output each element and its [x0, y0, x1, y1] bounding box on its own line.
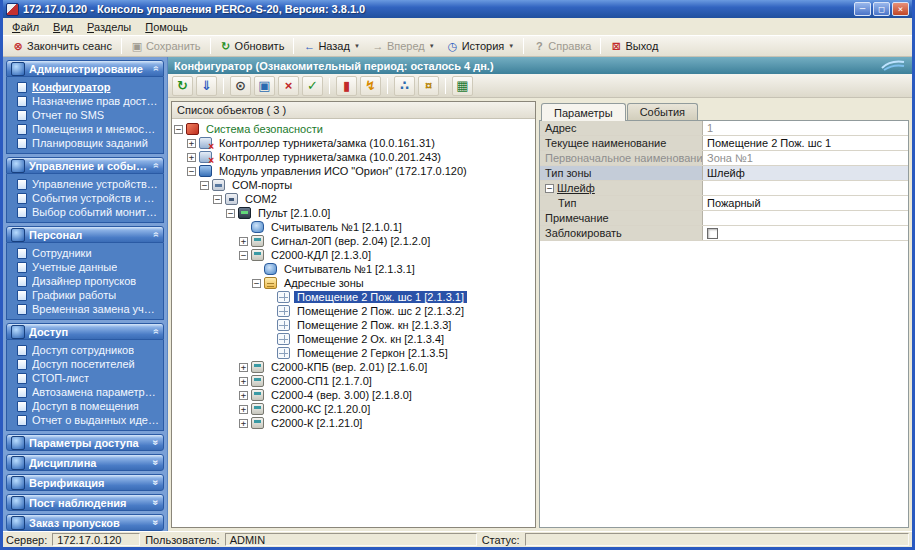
property-value[interactable]	[703, 211, 908, 225]
tree-node[interactable]: +С2000-К [2.1.21.0]	[174, 416, 533, 430]
tree-expander-collapsed-icon[interactable]: +	[187, 139, 196, 148]
checkbox-unchecked[interactable]	[707, 228, 718, 239]
tab-events[interactable]: События	[627, 103, 698, 120]
tree-node[interactable]: Считыватель №1 [2.1.0.1]	[174, 220, 533, 234]
sidebar-item-auto-replace[interactable]: Автозамена параметров до...	[7, 385, 163, 399]
tree-node[interactable]: +С2000-СП1 [2.1.7.0]	[174, 374, 533, 388]
tree-node[interactable]: Считыватель №1 [2.1.3.1]	[174, 262, 533, 276]
sidebar-header-discipline[interactable]: Дисциплина»	[6, 454, 164, 471]
tree-node[interactable]: +Контроллер турникета/замка (10.0.201.24…	[174, 150, 533, 164]
tree-expander-collapsed-icon[interactable]: +	[239, 363, 248, 372]
tree-node[interactable]: −Система безопасности	[174, 122, 533, 136]
sidebar-item-monitoring-events[interactable]: Выбор событий мониторинга	[7, 205, 163, 219]
end-session-button[interactable]: ⊗Закончить сеанс	[6, 37, 118, 56]
sidebar-item-sms-report[interactable]: Отчет по SMS	[7, 108, 163, 122]
tree-expander-collapsed-icon[interactable]: +	[239, 419, 248, 428]
property-value[interactable]: Шлейф	[703, 166, 908, 180]
group-collapse-icon[interactable]: −	[545, 184, 554, 193]
tree-node[interactable]: +С2000-4 (вер. 3.00) [2.1.8.0]	[174, 388, 533, 402]
sidebar-item-room-access[interactable]: Доступ в помещения	[7, 399, 163, 413]
sidebar-item-device-management[interactable]: Управление устройствами ...	[7, 177, 163, 191]
license-key-button[interactable]: ¤	[418, 76, 439, 96]
tree-expander-expanded-icon[interactable]: −	[174, 125, 183, 134]
sidebar-item-visitor-access[interactable]: Доступ посетителей	[7, 357, 163, 371]
tree-expander-expanded-icon[interactable]: −	[187, 167, 196, 176]
temperature-button[interactable]: ▮	[336, 76, 357, 96]
tree-node[interactable]: Помещение 2 Пож. шс 1 [2.1.3.1]	[174, 290, 533, 304]
tree-expander-collapsed-icon[interactable]: +	[239, 377, 248, 386]
menu-help[interactable]: Помощь	[138, 19, 195, 35]
tree-node[interactable]: Помещение 2 Геркон [2.1.3.5]	[174, 346, 533, 360]
sidebar-item-work-schedules[interactable]: Графики работы	[7, 288, 163, 302]
tree-expander-expanded-icon[interactable]: −	[200, 181, 209, 190]
tree-expander-collapsed-icon[interactable]: +	[239, 237, 248, 246]
refresh-config-button[interactable]: ↻	[172, 76, 193, 96]
sidebar-header-badge-order[interactable]: Заказ пропусков»	[6, 514, 164, 531]
tree-node[interactable]: −COM-порты	[174, 178, 533, 192]
tree-node[interactable]: Помещение 2 Ох. кн [2.1.3.4]	[174, 332, 533, 346]
refresh-button[interactable]: ↻Обновить	[214, 37, 291, 56]
tree-node[interactable]: −Пульт [2.1.0.0]	[174, 206, 533, 220]
tree-node[interactable]: +Сигнал-20П (вер. 2.04) [2.1.2.0]	[174, 234, 533, 248]
tree-expander-collapsed-icon[interactable]: +	[239, 391, 248, 400]
back-button[interactable]: ←Назад▼	[297, 37, 365, 55]
device-monitor-button[interactable]: ▣	[254, 76, 275, 96]
sidebar-item-account-data[interactable]: Учетные данные	[7, 260, 163, 274]
sidebar-header-observation-post[interactable]: Пост наблюдения»	[6, 494, 164, 511]
menu-view[interactable]: Вид	[46, 19, 80, 35]
menu-file[interactable]: Файл	[5, 19, 46, 35]
tab-parameters[interactable]: Параметры	[541, 103, 626, 121]
sidebar-item-badge-designer[interactable]: Дизайнер пропусков	[7, 274, 163, 288]
transmit-params-button[interactable]: ⇓	[196, 76, 217, 96]
property-value[interactable]: Пожарный	[703, 196, 908, 210]
sidebar-item-task-scheduler[interactable]: Планировщик заданий	[7, 136, 163, 150]
sidebar-item-temp-replacement[interactable]: Временная замена учетных ...	[7, 302, 163, 316]
sidebar-header-administration[interactable]: Администрирование»	[6, 60, 164, 77]
tree-expander-expanded-icon[interactable]: −	[252, 279, 261, 288]
tree-node[interactable]: Помещение 2 Пож. шс 2 [2.1.3.2]	[174, 304, 533, 318]
history-button-label: История	[462, 40, 505, 52]
delete-button[interactable]: ×	[278, 76, 299, 96]
sidebar-item-access-rights[interactable]: Назначение прав доступа о...	[7, 94, 163, 108]
sidebar-item-employee-access[interactable]: Доступ сотрудников	[7, 343, 163, 357]
tree-node[interactable]: +С2000-КПБ (вер. 2.01) [2.1.6.0]	[174, 360, 533, 374]
search-devices-button[interactable]: ⊙	[230, 76, 251, 96]
tree-node[interactable]: +С2000-КС [2.1.20.0]	[174, 402, 533, 416]
tree-node[interactable]: −COM2	[174, 192, 533, 206]
sidebar-item-premises-mnemo[interactable]: Помещения и мнемосхема	[7, 122, 163, 136]
sidebar-header-management-events[interactable]: Управление и события»	[6, 157, 164, 174]
menu-sections[interactable]: Разделы	[80, 19, 138, 35]
confirm-button[interactable]: ✓	[302, 76, 323, 96]
property-value[interactable]: Помещение 2 Пож. шс 1	[703, 136, 908, 150]
tree-node[interactable]: +Контроллер турникета/замка (10.0.161.31…	[174, 136, 533, 150]
sidebar-item-device-events[interactable]: События устройств и дейст...	[7, 191, 163, 205]
sidebar-item-configurator[interactable]: Конфигуратор	[7, 80, 163, 94]
sidebar-item-stop-list[interactable]: СТОП-лист	[7, 371, 163, 385]
sidebar-header-access[interactable]: Доступ»	[6, 323, 164, 340]
history-button[interactable]: ◷История▼	[441, 37, 521, 56]
sidebar-header-access-params[interactable]: Параметры доступа»	[6, 434, 164, 451]
property-value[interactable]: 1	[703, 121, 908, 135]
tree-expander-collapsed-icon[interactable]: +	[239, 405, 248, 414]
tree-node[interactable]: −С2000-КДЛ [2.1.3.0]	[174, 248, 533, 262]
export-excel-button[interactable]: ▦	[452, 76, 473, 96]
sidebar-header-personnel[interactable]: Персонал»	[6, 226, 164, 243]
network-button[interactable]: ∴	[394, 76, 415, 96]
tree-node[interactable]: −Адресные зоны	[174, 276, 533, 290]
property-value[interactable]: Зона №1	[703, 151, 908, 165]
sidebar-item-employees[interactable]: Сотрудники	[7, 246, 163, 260]
sidebar-item-id-report[interactable]: Отчет о выданных идентиф...	[7, 413, 163, 427]
exit-button[interactable]: ⊠Выход	[604, 37, 664, 56]
sidebar-header-verification[interactable]: Верификация»	[6, 474, 164, 491]
tree-node[interactable]: Помещение 2 Пож. кн [2.1.3.3]	[174, 318, 533, 332]
close-button[interactable]: ×	[892, 2, 909, 16]
tree-expander-expanded-icon[interactable]: −	[213, 195, 222, 204]
tree-expander-expanded-icon[interactable]: −	[226, 209, 235, 218]
tree-expander-collapsed-icon[interactable]: +	[187, 153, 196, 162]
tree-expander-expanded-icon[interactable]: −	[239, 251, 248, 260]
maximize-button[interactable]: □	[873, 2, 890, 16]
tree-node[interactable]: −Модуль управления ИСО "Орион" (172.17.0…	[174, 164, 533, 178]
alarm-button[interactable]: ↯	[360, 76, 381, 96]
minimize-button[interactable]: ─	[854, 2, 871, 16]
property-value[interactable]	[703, 226, 908, 240]
